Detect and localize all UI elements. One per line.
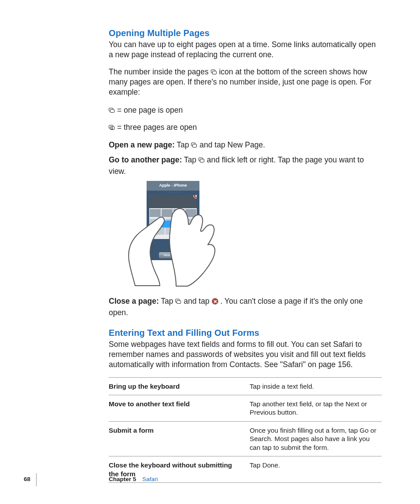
paragraph: The number inside the pages icon at the … [109, 67, 382, 97]
heading-entering-text: Entering Text and Filling Out Forms [109, 328, 382, 338]
forms-table: Bring up the keyboard Tap inside a text … [109, 377, 382, 483]
text: Tap [177, 140, 191, 149]
pages-icon [191, 143, 197, 148]
label: Close a page: [109, 297, 159, 305]
chapter-label: Chapter 5 [109, 476, 136, 482]
table-row: Move to another text field Tap another t… [109, 395, 382, 421]
example-three-pages: 3 = three pages are open [109, 121, 382, 133]
text: Tap [161, 297, 175, 305]
chapter-title: Safari [142, 476, 158, 482]
table-row: Submit a form Once you finish filling ou… [109, 421, 382, 456]
cell-label: Submit a form [109, 421, 250, 456]
page-footer: 68 Chapter 5 Safari [24, 472, 385, 486]
label: Open a new page: [109, 140, 175, 149]
cell-label: Bring up the keyboard [109, 377, 250, 395]
pages-icon [109, 108, 115, 113]
figure-flick-pages: Apple - iPhone · · · · · · · · · New P [122, 181, 217, 287]
heading-opening-multiple-pages: Opening Multiple Pages [109, 28, 382, 38]
paragraph: Some webpages have text fields and forms… [109, 339, 382, 370]
cell-value: Tap inside a text field. [250, 377, 382, 395]
phone-subtitle: · · · · · · · · · [147, 191, 199, 193]
text: The number inside the pages [109, 67, 211, 76]
paragraph: You can have up to eight pages open at a… [109, 40, 382, 60]
pages-icon-3: 3 [109, 125, 115, 130]
page-content: Opening Multiple Pages You can have up t… [109, 28, 382, 483]
pages-icon [211, 70, 217, 75]
page-number: 68 [24, 476, 33, 482]
phone-title: Apple - iPhone [147, 181, 199, 191]
cell-value: Tap another text field, or tap the Next … [250, 395, 382, 421]
pages-icon [199, 158, 205, 163]
table-row: Bring up the keyboard Tap inside a text … [109, 377, 382, 395]
pages-icon [175, 299, 181, 304]
example-one-page: = one page is open [109, 104, 382, 116]
close-icon [212, 298, 218, 305]
close-a-page: Close a page: Tap and tap . You can't cl… [109, 295, 382, 319]
text: and tap [184, 297, 211, 305]
cell-label: Move to another text field [109, 395, 250, 421]
footer-divider [36, 473, 37, 486]
text: and tap New Page. [199, 140, 265, 149]
label: Go to another page: [109, 155, 182, 164]
hand-right-icon [168, 201, 234, 287]
open-new-page: Open a new page: Tap and tap New Page. [109, 139, 382, 151]
go-to-another-page: Go to another page: Tap and flick left o… [109, 154, 382, 177]
cell-value: Once you finish filling out a form, tap … [250, 421, 382, 456]
text: = one page is open [117, 106, 183, 114]
text: Tap [184, 155, 199, 164]
text: = three pages are open [117, 123, 197, 132]
